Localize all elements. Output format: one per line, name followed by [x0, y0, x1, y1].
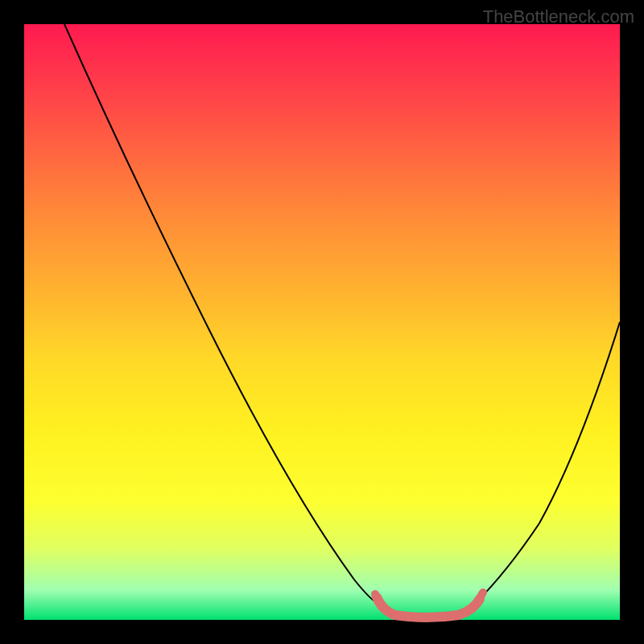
watermark-text: TheBottleneck.com	[483, 6, 634, 27]
left-curve-path	[64, 24, 378, 604]
bottom-highlight-path-3	[477, 592, 483, 604]
bottom-highlight-path-2	[375, 594, 380, 604]
right-curve-path	[475, 322, 620, 604]
chart-curves	[24, 24, 620, 620]
bottom-highlight-path	[377, 597, 480, 617]
